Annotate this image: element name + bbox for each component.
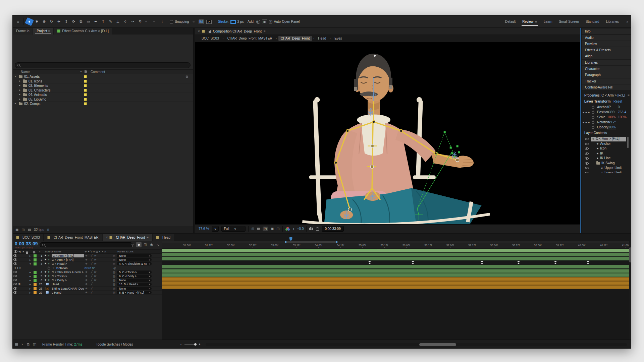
layer-name[interactable]: C < Head > — [52, 262, 84, 265]
magnification-dropdown-icon[interactable]: ∨ — [212, 226, 219, 232]
timeline-tab-char_deep_front[interactable]: ×CHAR_Deep_Front≡ — [103, 234, 152, 241]
magnification-value[interactable]: 77.6 % — [199, 227, 209, 231]
switches-column-icons[interactable]: ⊕ ✦ ╲ fx ▤ ◐ ◔ ⊙ — [85, 250, 106, 253]
label-color-chip[interactable] — [34, 254, 37, 257]
frame-blending-icon[interactable]: ◫ — [143, 242, 148, 247]
stopwatch-icon[interactable] — [592, 106, 594, 109]
timeline-zoom-slider[interactable] — [184, 344, 196, 345]
eye-icon[interactable] — [13, 283, 17, 285]
layer-contents-item[interactable]: ★IK — [583, 152, 629, 157]
anchor-switch-icon[interactable]: ⊕ — [85, 270, 88, 274]
dock-panel-audio[interactable]: Audio — [582, 35, 631, 41]
label-color-chip[interactable] — [34, 279, 37, 282]
pick-whip-icon[interactable]: ◎ — [113, 258, 115, 261]
timeline-search-input[interactable] — [40, 242, 133, 247]
in-out-panes-icon[interactable]: ⧉ — [27, 342, 30, 347]
twirl-icon[interactable]: ▸ — [30, 258, 31, 261]
anchor-switch-icon[interactable]: ⊕ — [85, 262, 88, 265]
twirl-icon[interactable]: ▸ — [30, 279, 31, 282]
keyframe-track[interactable] — [162, 261, 629, 264]
tree-item[interactable]: ▸02. Elements — [13, 83, 193, 88]
roi-icon[interactable]: ⊞ — [251, 227, 254, 231]
stroke-width-value[interactable]: 2 px — [237, 20, 244, 23]
keyframe-nav-icon[interactable]: ◀ ◆ ▶ — [583, 121, 590, 123]
parent-link-dropdown[interactable]: None∨ — [117, 258, 152, 261]
eye-icon[interactable] — [585, 143, 589, 145]
effects-switch-icon[interactable]: fx — [94, 262, 96, 265]
twirl-icon[interactable]: ▸ — [19, 88, 20, 92]
pick-whip-icon[interactable]: ◎ — [113, 283, 115, 286]
workspace-tab-learn[interactable]: Learn — [540, 15, 556, 28]
view-options-icon[interactable]: ◫ — [276, 227, 279, 231]
pick-whip-icon[interactable]: ◎ — [113, 254, 115, 257]
pick-whip-icon[interactable]: ◎ — [113, 279, 115, 282]
anchor-switch-icon[interactable]: ⊕ — [85, 254, 88, 257]
property-value[interactable]: 0x+0.0° — [85, 266, 95, 270]
rotation-tool-icon[interactable]: ⟳ — [70, 18, 77, 25]
close-icon[interactable]: × — [106, 236, 108, 239]
label-color-chip[interactable] — [84, 93, 87, 96]
label-color-chip[interactable] — [34, 262, 37, 265]
eye-icon[interactable] — [585, 138, 589, 140]
video-column-icon[interactable] — [14, 250, 17, 253]
number-column-header[interactable]: # — [39, 250, 40, 253]
layer-contents-item[interactable]: ★Lower Limit — [583, 171, 629, 174]
eye-icon[interactable] — [13, 262, 17, 265]
twirl-icon[interactable]: ▸ — [30, 271, 31, 274]
pan-behind-tool-icon[interactable]: ⧉ — [78, 18, 84, 25]
panel-tab-frame.io[interactable]: Frame.io — [13, 28, 33, 35]
layer-duration-bar[interactable] — [162, 285, 629, 289]
workspace-overflow-icon[interactable]: » — [626, 15, 628, 28]
layer-row-3[interactable]: ▾3★#C < Head >⊕╱fx◎4. C < Shoulders & ne… — [13, 262, 162, 266]
keyframe-icon[interactable] — [554, 261, 557, 264]
pick-whip-icon[interactable]: ◎ — [113, 291, 115, 294]
label-color-chip[interactable] — [84, 89, 87, 92]
twirl-icon[interactable]: ▸ — [30, 283, 31, 286]
tree-item[interactable]: ▸05. LipSync — [13, 97, 193, 102]
tree-item[interactable]: ▾01. Assets⧉ — [13, 74, 193, 79]
dock-panel-preview[interactable]: Preview — [582, 41, 631, 47]
home-tool-icon[interactable]: ⌂ — [15, 18, 21, 25]
property-row-rotation[interactable]: ◀ ◆ ▶∿Rotation0x+0.0°◎ — [13, 266, 162, 270]
dock-panel-effects-presets[interactable]: Effects & Presets — [582, 47, 631, 53]
dock-panel-character[interactable]: Character — [582, 66, 631, 72]
playhead-line[interactable] — [291, 243, 291, 341]
property-value[interactable]: 0x+2° — [607, 120, 616, 124]
layer-row-26[interactable]: ▸26AiSitting Legs/CHAR_Deep_Front.ai⊕╱◎N… — [13, 287, 162, 291]
source-name-header[interactable]: Source Name — [45, 250, 61, 253]
layer-duration-bar[interactable] — [162, 273, 629, 277]
anchor-switch-icon[interactable]: ⊕ — [85, 287, 88, 290]
layer-duration-bar[interactable] — [162, 249, 629, 252]
resolution-dropdown[interactable]: Full∨ — [221, 226, 246, 232]
keyframe-nav-icon[interactable]: ◀ ◆ ▶ — [583, 111, 590, 113]
eraser-tool-icon[interactable]: ◊ — [122, 18, 128, 25]
layer-name[interactable]: C < Shoulders & neck > — [52, 270, 84, 274]
stopwatch-icon[interactable] — [592, 116, 594, 119]
time-ruler[interactable]: 31:00f31:12f32:00f32:12f33:00f33:12f34:0… — [162, 243, 629, 248]
hand-tool-icon[interactable]: ✱ — [34, 18, 40, 25]
workspace-tab-small-screen[interactable]: Small Screen — [556, 15, 582, 28]
panel-menu-icon[interactable]: ≡ — [264, 29, 266, 33]
timeline-tab-head[interactable]: Head — [153, 234, 174, 241]
eye-icon[interactable] — [13, 271, 17, 273]
layer-duration-bar[interactable] — [162, 281, 629, 285]
twirl-icon[interactable]: ▸ — [30, 275, 31, 278]
current-timecode[interactable]: 0:00:33:09 — [15, 241, 38, 246]
type-tool-icon[interactable]: T — [100, 18, 106, 25]
transparency-grid-icon[interactable]: ▩ — [257, 227, 260, 231]
panel-tab-effect[interactable]: Effect Controls C < Arm > [Fr.L] — [54, 28, 112, 35]
property-value[interactable]: 100% — [607, 115, 616, 119]
project-flowchart-icon[interactable]: ▦ — [15, 228, 18, 232]
zoom-slider-handle[interactable] — [194, 343, 197, 346]
audio-icon[interactable]: ◀) — [18, 283, 20, 285]
lock-icon[interactable] — [209, 31, 211, 33]
layer-duration-bar[interactable] — [162, 277, 629, 281]
label-color-chip[interactable] — [84, 102, 87, 105]
panel-menu-icon[interactable]: ≡ — [147, 236, 149, 239]
twirl-icon[interactable]: ▸ — [30, 287, 31, 290]
tree-item[interactable]: ▸04. Animatic — [13, 93, 193, 97]
keyframe-icon[interactable] — [587, 261, 589, 264]
label-color-chip[interactable] — [84, 80, 87, 83]
fill-swatch[interactable]: ? — [206, 20, 212, 24]
property-value[interactable]: 100% — [607, 125, 616, 129]
